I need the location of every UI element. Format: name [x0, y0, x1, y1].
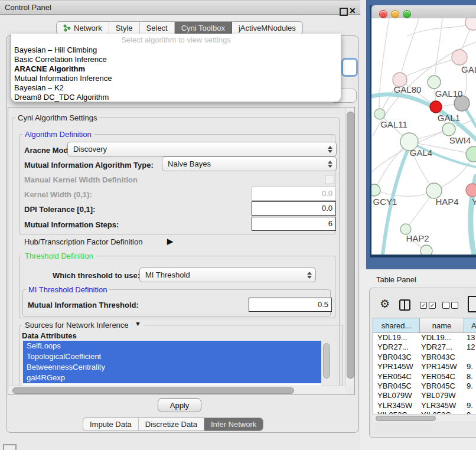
algorithm-dropdown: Select algorithm to view settings Bayesi…: [11, 34, 341, 102]
new-table-icon[interactable]: [468, 296, 476, 312]
vertical-scrollbar[interactable]: [345, 107, 355, 386]
horizontal-scrollbar[interactable]: [8, 386, 345, 395]
column-header-partial[interactable]: A: [464, 318, 476, 333]
close-icon[interactable]: ✕: [349, 6, 356, 15]
node-label: GCY1: [373, 197, 397, 207]
node[interactable]: [420, 245, 432, 255]
list-item[interactable]: gal4RGexp: [23, 373, 321, 383]
table-row[interactable]: YPR145WYPR145W9.: [373, 362, 476, 371]
stepper-icon: [325, 146, 334, 153]
which-threshold-combo[interactable]: MI Threshold: [139, 268, 316, 282]
table-horizontal-scrollbar-thumb[interactable]: [376, 416, 436, 421]
column-header-name[interactable]: name: [419, 318, 464, 333]
control-panel-tabbar: Network Style Select Cyni Toolbox jActiv…: [56, 21, 303, 35]
float-window-icon[interactable]: [340, 8, 348, 16]
control-panel-title: Control Panel: [5, 3, 51, 12]
tab-impute-data[interactable]: Impute Data: [83, 418, 139, 431]
mi-steps-field[interactable]: 6: [252, 217, 336, 231]
hub-section-label[interactable]: Hub/Transcription Factor Definition: [24, 237, 142, 246]
zoom-traffic-light-icon[interactable]: [403, 10, 411, 18]
node[interactable]: [374, 109, 385, 119]
apply-button[interactable]: Apply: [158, 398, 201, 412]
mi-type-label: Mutual Information Algorithm Type:: [24, 161, 154, 169]
hub-expand-icon[interactable]: ▶: [167, 237, 173, 246]
table-row[interactable]: YLR345WYLR345W9.: [373, 401, 476, 410]
node-label: GAL1: [438, 113, 460, 123]
manual-kernel-checkbox[interactable]: [325, 175, 334, 184]
vertical-scrollbar-thumb[interactable]: [347, 112, 354, 379]
table-row[interactable]: YDL19...YDL19...13: [373, 333, 476, 343]
table-row[interactable]: YER054CYER054C8.: [373, 372, 476, 381]
node[interactable]: [466, 184, 476, 197]
close-traffic-light-icon[interactable]: [379, 10, 387, 18]
kernel-width-field[interactable]: 0.0: [252, 187, 336, 201]
mi-type-combo[interactable]: Naive Bayes: [162, 156, 337, 171]
manual-kernel-label: Manual Kernel Width Definition: [24, 175, 138, 184]
tab-cyni-toolbox[interactable]: Cyni Toolbox: [175, 22, 232, 34]
aracne-mode-combo[interactable]: Discovery: [67, 142, 337, 156]
node[interactable]: [465, 18, 476, 30]
sources-title[interactable]: Sources for Network Inference: [22, 321, 131, 330]
kernel-width-label: Kernel Width (0,1):: [24, 190, 92, 199]
node-label: GAL4: [410, 148, 432, 158]
node-table: YDL19...YDL19...13 YDR27...YDR27...12 YB…: [373, 333, 476, 414]
node-label: Y: [472, 197, 476, 207]
obscured-combo-fragment: [341, 58, 358, 77]
column-header-shared-name[interactable]: shared...: [373, 318, 419, 333]
table-row[interactable]: YBR043CYBR043C: [373, 353, 476, 362]
table-row[interactable]: YBL079WYBL079W: [373, 391, 476, 400]
list-item[interactable]: BetweennessCentrality: [23, 362, 321, 373]
stepper-icon: [305, 272, 314, 279]
network-window-titlebar[interactable]: [371, 5, 476, 19]
tab-select[interactable]: Select: [140, 22, 175, 34]
list-item[interactable]: TopologicalCoefficient: [23, 351, 321, 362]
settings-scrollpane: Cyni Algorithm Settings Algorithm Defini…: [8, 107, 355, 395]
table-row[interactable]: YDR27...YDR27...12: [373, 343, 476, 352]
tab-network[interactable]: Network: [57, 22, 109, 34]
control-panel-titlebar[interactable]: Control Panel: [0, 0, 360, 15]
node-label: GAL10: [435, 89, 463, 99]
attribute-list-scrollbar-thumb[interactable]: [323, 343, 330, 379]
algorithm-option[interactable]: Dream8 DC_TDC Algorithm: [11, 93, 341, 102]
node-selected[interactable]: [430, 101, 442, 113]
tab-network-label: Network: [74, 24, 102, 32]
node[interactable]: [452, 50, 467, 65]
list-item[interactable]: SelfLoops: [23, 341, 321, 351]
minimize-traffic-light-icon[interactable]: [391, 10, 399, 18]
deselect-all-columns-icon[interactable]: [442, 302, 460, 311]
table-row[interactable]: YBR045CYBR045C9.: [373, 381, 476, 391]
node-label: GAL: [461, 64, 476, 74]
algorithm-option[interactable]: Basic Correlation Inference: [11, 55, 341, 64]
bottom-tabbar: Impute Data Discretize Data Infer Networ…: [83, 418, 263, 431]
select-all-columns-icon[interactable]: ✓✓: [420, 302, 438, 311]
which-threshold-label: Which threshold to use:: [53, 271, 140, 280]
algorithm-option[interactable]: Mutual Information Inference: [11, 74, 341, 83]
mi-threshold-label: Mutual Information Threshold:: [28, 301, 139, 309]
node-label: GAL80: [394, 84, 422, 94]
algorithm-option[interactable]: Bayesian – K2: [11, 83, 341, 93]
data-attributes-list: SelfLoops TopologicalCoefficient Between…: [23, 341, 321, 386]
algorithm-definition-title: Algorithm Definition: [22, 130, 94, 139]
tab-discretize-data[interactable]: Discretize Data: [139, 418, 204, 431]
sources-collapse-icon[interactable]: ▼: [132, 320, 144, 327]
tab-style[interactable]: Style: [109, 22, 140, 34]
tab-infer-network[interactable]: Infer Network: [204, 418, 263, 431]
minimized-panel-chip[interactable]: [3, 444, 17, 450]
node[interactable]: [371, 184, 380, 196]
tab-jactivemnodules[interactable]: jActiveMNodules: [232, 22, 302, 34]
network-canvas[interactable]: GAL GAL80 GAL10 GAL1 GAL11 SWI4 GAL4 GCY…: [371, 18, 476, 255]
table-horizontal-scrollbar[interactable]: [373, 414, 476, 422]
node[interactable]: [428, 76, 441, 89]
cyni-algorithm-settings-title: Cyni Algorithm Settings: [15, 113, 99, 122]
gear-icon[interactable]: ⚙: [380, 297, 390, 311]
split-columns-icon[interactable]: [399, 299, 410, 311]
node[interactable]: [442, 123, 455, 136]
node-label: HAP2: [406, 233, 429, 243]
mi-steps-label: Mutual Information Steps:: [24, 220, 119, 229]
mi-threshold-field[interactable]: 0.5: [249, 298, 332, 312]
horizontal-scrollbar-thumb[interactable]: [12, 387, 294, 394]
algorithm-option-selected[interactable]: ARACNE Algorithm: [11, 64, 341, 74]
dpi-tolerance-field[interactable]: 0.0: [252, 201, 336, 216]
algorithm-option[interactable]: Bayesian – Hill Climbing: [11, 45, 341, 55]
node[interactable]: [466, 146, 476, 162]
